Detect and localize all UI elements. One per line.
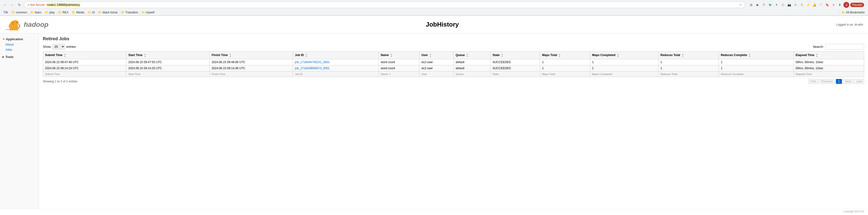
browser-chrome: ← → ↻ ⚠ Not Secure node1:19888/jobhistor… <box>0 0 868 16</box>
ext-icon-6[interactable]: ⬡ <box>780 2 785 7</box>
sidebar-tools-header[interactable]: ▶ Tools <box>0 54 39 60</box>
next-page-button[interactable]: Next <box>843 79 854 84</box>
col-maps-total[interactable]: Maps Total ▲▼ <box>540 52 590 59</box>
footer-start-time: Start Time <box>126 72 210 77</box>
ext-icon-5[interactable]: ✦ <box>774 2 779 7</box>
copyright-text: Copyright 2015-2/2 <box>0 209 868 214</box>
bookmark-ai[interactable]: 📁 AI <box>86 10 96 15</box>
back-button[interactable]: ← <box>2 2 8 8</box>
ext-icon-10[interactable]: ⚡ <box>805 2 811 7</box>
bookmark-media[interactable]: 📁 Media <box>70 10 86 15</box>
paused-status[interactable]: Paused <box>850 3 864 7</box>
ext-icon-15[interactable]: ⬇ <box>837 2 842 7</box>
ext-icon-2[interactable]: ▶ <box>755 2 760 7</box>
job-id-link[interactable]: job_1718439565673_0001 <box>295 66 330 70</box>
sidebar: ▼ Application About Jobs ▶ Tools <box>0 33 39 209</box>
application-arrow-icon: ▼ <box>2 38 5 41</box>
sidebar-item-jobs[interactable]: Jobs <box>0 47 39 52</box>
cell-finish-time: 2024.06.15 09:48:06 UTC <box>210 59 293 65</box>
col-queue[interactable]: Queue ▲▼ <box>454 52 490 59</box>
table-footer-row: Submit Time Start Time Finish Time Job I… <box>43 72 864 77</box>
show-entries-control: Show 20 10 25 50 100 entries <box>43 44 76 50</box>
cell-user: ec2-user <box>420 59 454 65</box>
col-start-time[interactable]: Start Time ▲▼ <box>126 52 210 59</box>
application-label: Application <box>6 37 23 41</box>
previous-page-button[interactable]: Previous <box>819 79 835 84</box>
col-state[interactable]: State ▲▼ <box>490 52 540 59</box>
tools-arrow-icon: ▶ <box>2 56 4 58</box>
sidebar-application-section: ▼ Application About Jobs <box>0 35 39 53</box>
cell-maps-completed: 1 <box>590 65 658 72</box>
logged-in-label: Logged in as: dr.who <box>836 23 863 26</box>
cell-submit-time: 2024.06.15 09:14:19 UTC <box>43 65 126 72</box>
ext-icon-11[interactable]: 🔔 <box>812 2 817 7</box>
ext-icon-8[interactable]: A <box>793 2 798 7</box>
col-maps-completed[interactable]: Maps Completed ▲▼ <box>590 52 658 59</box>
forward-button[interactable]: → <box>9 2 15 8</box>
footer-state: State <box>490 72 540 77</box>
search-input[interactable] <box>825 44 864 50</box>
ext-icon-12[interactable]: ♡ <box>818 2 824 7</box>
url-display: node1:19888/jobhistory <box>46 3 81 7</box>
col-finish-time[interactable]: Finish Time ▲▼ <box>210 52 293 59</box>
ext-icon-1[interactable]: ⊞ <box>749 2 754 7</box>
bookmark-separator: | <box>838 11 839 14</box>
col-elapsed-time[interactable]: Elapsed Time ▲▼ <box>794 52 864 59</box>
cell-reduces-completed: 1 <box>719 65 794 72</box>
ext-icon-13[interactable]: 🔖 <box>825 2 830 7</box>
refresh-button[interactable]: ↻ <box>17 2 22 8</box>
bookmark-common[interactable]: 📁 common <box>10 10 28 15</box>
cell-maps-completed: 1 <box>590 59 658 65</box>
bookmarks-bar: TW 📁 common 📁 learn 📁 play 📁 REA 📁 Media… <box>0 9 868 16</box>
bookmark-play[interactable]: 📁 play <box>43 10 56 15</box>
show-label: Show <box>43 45 51 49</box>
first-page-button[interactable]: First <box>808 79 818 84</box>
browser-extensions: ⊞ ▶ P 🐦 ✦ ⬡ 📷 A S ⚡ 🔔 ♡ 🔖 ≡ ⬇ J Paused <box>747 2 866 8</box>
footer-job-id: Job ID <box>293 72 379 77</box>
cell-state: SUCCEEDED <box>490 59 540 65</box>
sidebar-application-header[interactable]: ▼ Application <box>0 36 39 42</box>
cell-reduces-completed: 1 <box>719 59 794 65</box>
cell-start-time: 2024.06.15 09:47:55 UTC <box>126 59 210 65</box>
cell-job-id[interactable]: job_1718444745231_0001 <box>293 59 379 65</box>
col-submit-time[interactable]: Submit Time ▲▼ <box>43 52 126 59</box>
bookmark-myself[interactable]: 📁 myself <box>140 10 156 15</box>
cell-start-time: 2024.06.15 09:14:25 UTC <box>126 65 210 72</box>
col-user[interactable]: User ▲▼ <box>420 52 454 59</box>
job-id-link[interactable]: job_1718444745231_0001 <box>295 60 330 64</box>
col-name[interactable]: Name ▲▼ <box>379 52 420 59</box>
bookmark-learn[interactable]: 📁 learn <box>29 10 43 15</box>
retired-jobs-title: Retired Jobs <box>43 36 864 42</box>
bookmark-tw[interactable]: TW <box>2 10 9 15</box>
col-reduces-completed[interactable]: Reduces Complete ▲▼ <box>719 52 794 59</box>
ext-icon-4[interactable]: 🐦 <box>768 2 773 7</box>
app-header: hadoop JobHistory Logged in as: dr.who <box>0 16 868 33</box>
last-page-button[interactable]: Last <box>854 79 864 84</box>
col-job-id[interactable]: Job ID ▲▼ <box>293 52 379 59</box>
table-header-row: Submit Time ▲▼ Start Time ▲▼ Finish Time… <box>43 52 864 59</box>
ext-icon-9[interactable]: S <box>799 2 805 7</box>
sidebar-item-about[interactable]: About <box>0 42 39 47</box>
search-box: Search: <box>813 44 864 50</box>
browser-toolbar: ← → ↻ ⚠ Not Secure node1:19888/jobhistor… <box>0 0 868 9</box>
ext-icon-3[interactable]: P <box>761 2 767 7</box>
page-1-button[interactable]: 1 <box>836 79 842 84</box>
profile-button[interactable]: J <box>843 2 849 8</box>
address-bar[interactable]: ⚠ Not Secure node1:19888/jobhistory ☆ <box>24 1 745 8</box>
cell-name: word count <box>379 65 420 72</box>
all-bookmarks-button[interactable]: 📁 All Bookmarks <box>840 10 866 15</box>
bookmark-blackhorse[interactable]: 📁 black horse <box>97 10 119 15</box>
cell-job-id[interactable]: job_1718439565673_0001 <box>293 65 379 72</box>
bookmark-rea[interactable]: 📁 REA <box>56 10 70 15</box>
ext-icon-14[interactable]: ≡ <box>831 2 836 7</box>
footer-finish-time: Finish Time <box>210 72 293 77</box>
footer-reduces-complete: Reduces Complete <box>719 72 794 77</box>
ext-icon-7[interactable]: 📷 <box>786 2 792 7</box>
cell-finish-time: 2024.06.15 09:14:36 UTC <box>210 65 293 72</box>
col-reduces-total[interactable]: Reduces Total ▲▼ <box>658 52 719 59</box>
footer-maps-completed: Maps Completed <box>590 72 658 77</box>
cell-reduces-total: 1 <box>658 65 719 72</box>
entries-select[interactable]: 20 10 25 50 100 <box>52 44 65 50</box>
bookmark-star-icon[interactable]: ☆ <box>739 3 742 7</box>
bookmark-transition[interactable]: 📁 Transition <box>119 10 140 15</box>
